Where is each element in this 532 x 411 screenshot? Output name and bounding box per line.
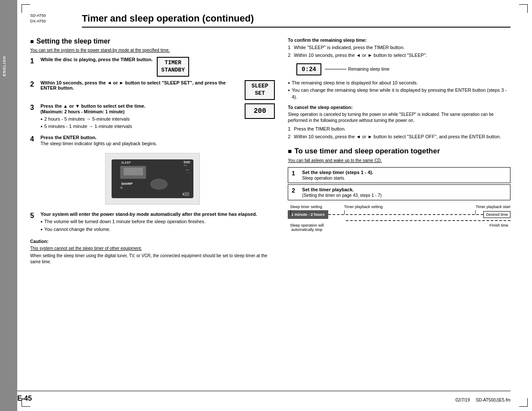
device-sleep-label: SLEEP bbox=[121, 161, 131, 164]
step-1-number: 1 bbox=[30, 57, 38, 65]
timeline-dashed-top bbox=[328, 214, 484, 215]
step-3-bullets: 2 hours - 5 minutes → 5-minute intervals… bbox=[40, 116, 240, 130]
cancel-step-num-2: 2 bbox=[288, 134, 292, 140]
marker-2: | bbox=[344, 209, 345, 215]
page-bottom: E-45 02/7/19 SD-AT50(U)E5.fm bbox=[17, 391, 510, 402]
remaining-bullet-2: You can change the remaining sleep time … bbox=[292, 87, 510, 100]
right-column: To confirm the remaining sleep time: 1Wh… bbox=[288, 37, 510, 265]
device-controls-area: — ··· ·· bbox=[186, 168, 190, 174]
step-5-bullet-1: The volume will be turned down 1 minute … bbox=[44, 218, 205, 225]
bullet-1: 2 hours - 5 minutes → 5-minute intervals bbox=[44, 116, 130, 122]
caution-line2: When setting the sleep timer using the d… bbox=[30, 253, 275, 265]
device-disc bbox=[150, 179, 168, 190]
timer-section-heading: To use timer and sleep operation togethe… bbox=[288, 147, 510, 156]
tl-label-playback: Timer playback setting bbox=[342, 205, 385, 209]
page-number: E-45 bbox=[17, 395, 32, 402]
arrow-line bbox=[325, 69, 346, 69]
device-inner: SLEEP DVD···· — ··· ·· SH/\RP ⊙ bbox=[112, 159, 193, 198]
timeline-bar-row: 1 minute - 2 hours Desired time bbox=[288, 210, 510, 219]
confirm-heading: To confirm the remaining sleep time: bbox=[288, 37, 510, 43]
timer-step-2-box: 2 Set the timer playback. (Setting the t… bbox=[288, 184, 510, 200]
caution-section: Caution: This system cannot set the slee… bbox=[30, 239, 275, 265]
cancel-step-2: Within 10 seconds, press the ◄ or ► butt… bbox=[294, 134, 501, 140]
step-5-content: Your system will enter the power stand-b… bbox=[40, 212, 275, 234]
step-5-text: Your system will enter the power stand-b… bbox=[40, 212, 257, 217]
step-3-text: Press the ▲ or ▼ button to select set th… bbox=[40, 103, 146, 109]
remaining-label: Remaining sleep time bbox=[348, 67, 389, 72]
timeline-dashed-bottom bbox=[346, 220, 510, 221]
sleep-timer-heading: Setting the sleep timer bbox=[30, 37, 275, 45]
marker-1: | bbox=[290, 209, 291, 215]
remaining-arrow: Remaining sleep time bbox=[325, 67, 389, 72]
step-5-bullet-2: You cannot change the volume. bbox=[44, 226, 111, 233]
step-4-sub: The sleep timer indicator lights up and … bbox=[40, 141, 275, 146]
confirm-step-1: While "SLEEP" is indicated, press the TI… bbox=[294, 44, 404, 51]
main-content: SD-AT50 DX-AT50 Timer and sleep operatio… bbox=[17, 0, 532, 278]
step-5: 5 Your system will enter the power stand… bbox=[30, 212, 275, 234]
timer-intro: You can fall asleep and wake up to the s… bbox=[288, 158, 510, 163]
step-1-text: While the disc is playing, press the TIM… bbox=[40, 57, 152, 62]
timer-step-1-number: 1 bbox=[292, 170, 299, 177]
device-image: SLEEP DVD···· — ··· ·· SH/\RP ⊙ bbox=[105, 153, 200, 205]
step-3-content: Press the ▲ or ▼ button to select set th… bbox=[40, 103, 275, 132]
step-2-number: 2 bbox=[30, 80, 38, 88]
step-3: 3 Press the ▲ or ▼ button to select set … bbox=[30, 103, 275, 132]
confirm-steps: 1While "SLEEP" is indicated, press the T… bbox=[288, 44, 510, 59]
step-1-lcd: TIMERSTANDBY bbox=[157, 57, 189, 77]
corner-mark-br bbox=[519, 398, 528, 407]
two-column-layout: Setting the sleep timer You can set the … bbox=[30, 37, 510, 265]
remaining-lcd: 0:24 bbox=[296, 63, 321, 75]
timer-step-2-sub: (Setting the timer on page 43, steps 1 -… bbox=[302, 193, 382, 198]
timer-step-1-sub: Sleep operation starts. bbox=[302, 176, 373, 181]
device-screen-inner bbox=[124, 168, 143, 175]
device-number: 1▒▒ bbox=[182, 192, 189, 196]
cancel-step-num-1: 1 bbox=[288, 126, 292, 132]
cancel-step-1: Press the TIMER button. bbox=[294, 126, 345, 132]
remaining-bullet-1: The remaining sleep time is displayed fo… bbox=[292, 80, 418, 86]
marker-3: | bbox=[475, 209, 476, 215]
step-1: 1 While the disc is playing, press the T… bbox=[30, 57, 275, 77]
timer-step-1-content: Set the sleep timer (steps 1 - 4). Sleep… bbox=[302, 170, 373, 181]
model-numbers: SD-AT50 DX-AT50 bbox=[30, 13, 56, 24]
step-4-text: Press the ENTER button. bbox=[40, 135, 96, 140]
step-2-text: Within 10 seconds, press the ◄ or ► butt… bbox=[40, 80, 226, 90]
timeline-top-labels: Sleep timer setting Timer playback setti… bbox=[288, 205, 510, 209]
step-5-number: 5 bbox=[30, 212, 38, 220]
page-title: Timer and sleep operation (continued) bbox=[82, 13, 510, 28]
step-2: 2 Within 10 seconds, press the ◄ or ► bu… bbox=[30, 80, 275, 100]
timer-step-1-bold: Set the sleep timer (steps 1 - 4). bbox=[302, 170, 373, 175]
left-sidebar: ENGLISH bbox=[0, 0, 17, 411]
page-filename: SD-AT50(U)E5.fm bbox=[476, 398, 510, 402]
step-4: 4 Press the ENTER button. The sleep time… bbox=[30, 135, 275, 146]
timeline-bar-row-2 bbox=[288, 220, 510, 221]
model-line2: DX-AT50 bbox=[30, 19, 56, 24]
timeline-bottom-labels: Sleep operation willautomatically stop F… bbox=[288, 223, 510, 232]
timer-step-1-box: 1 Set the sleep timer (steps 1 - 4). Sle… bbox=[288, 167, 510, 183]
timer-step-2-bold: Set the timer playback. bbox=[302, 187, 382, 192]
cancel-heading: To cancel the sleep operation: bbox=[288, 105, 510, 110]
cancel-steps: 1Press the TIMER button. 2Within 10 seco… bbox=[288, 126, 510, 140]
step-1-content: While the disc is playing, press the TIM… bbox=[40, 57, 275, 77]
device-logo: SH/\RP bbox=[121, 182, 133, 186]
tl-bottom-sleep: Sleep operation willautomatically stop bbox=[290, 223, 324, 232]
remaining-sleep-diagram: 0:24 Remaining sleep time bbox=[296, 63, 510, 75]
device-image-wrapper: SLEEP DVD···· — ··· ·· SH/\RP ⊙ bbox=[30, 149, 275, 208]
cancel-text: Sleep operation is canceled by turning t… bbox=[288, 112, 510, 124]
remaining-bullets: The remaining sleep time is displayed fo… bbox=[288, 80, 510, 100]
model-line1: SD-AT50 bbox=[30, 13, 56, 19]
confirm-step-num-1: 1 bbox=[288, 44, 292, 51]
page-date: 02/7/19 bbox=[455, 398, 470, 402]
device-screen bbox=[120, 166, 146, 179]
tl-label-start: Timer playback start bbox=[385, 205, 510, 209]
tl-bottom-finish: Finish time bbox=[489, 223, 508, 232]
step-3-lcd: 200 bbox=[245, 103, 275, 119]
sleep-timer-intro: You can set the system to the power stan… bbox=[30, 48, 275, 53]
step-4-number: 4 bbox=[30, 135, 38, 143]
timeline-solid-bar: 1 minute - 2 hours bbox=[288, 210, 328, 219]
sidebar-label: ENGLISH bbox=[2, 56, 6, 76]
bottom-right: 02/7/19 SD-AT50(U)E5.fm bbox=[455, 398, 510, 402]
timer-step-2-number: 2 bbox=[292, 187, 299, 194]
tl-label-sleep: Sleep timer setting bbox=[290, 205, 342, 209]
bullet-2: 5 minutes - 1 minute → 1-minute interval… bbox=[44, 123, 132, 130]
step-3-sub: (Maximum: 2 hours - Minimum: 1 minute) bbox=[40, 109, 240, 114]
